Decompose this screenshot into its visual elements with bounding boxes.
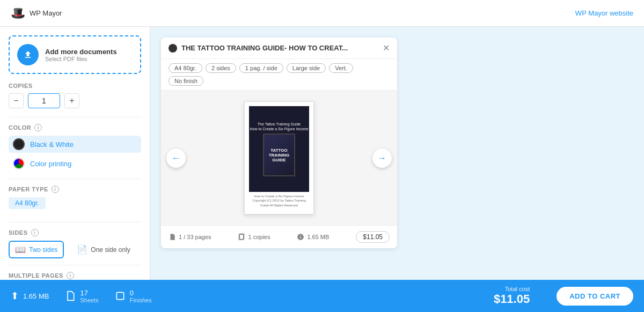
tag-finish[interactable]: No finish xyxy=(169,76,203,86)
doc-copies-info: 1 copies xyxy=(248,234,270,240)
doc-size-info: 1.65 MB xyxy=(307,234,329,240)
color-label: Color printing xyxy=(30,160,71,168)
top-bar: 🎩 WP Mayor WP Mayor website xyxy=(0,0,644,27)
copies-decrement-button[interactable]: − xyxy=(9,93,24,108)
upload-subtitle: Select PDF files xyxy=(45,56,117,62)
color-info-icon[interactable]: i xyxy=(34,124,42,131)
bottom-upload-icon: ⬆ xyxy=(11,290,19,302)
bottom-sheets-icon xyxy=(65,291,76,301)
one-side-label: One side only xyxy=(91,246,130,254)
sides-label: SIDES i xyxy=(9,229,141,236)
two-sides-icon: 📖 xyxy=(15,244,26,255)
sidebar: Add more documents Select PDF files COPI… xyxy=(0,27,150,280)
bottom-sheets-value: 17 xyxy=(80,289,98,297)
sides-option-one[interactable]: 📄 One side only xyxy=(70,241,136,258)
divider-2 xyxy=(9,179,141,179)
doc-page-info: 1 / 33 pages xyxy=(179,234,211,240)
multiple-pages-label: MULTIPLE PAGES i xyxy=(9,272,141,279)
doc-copies-stat: 1 copies xyxy=(238,233,270,241)
pages-info-icon[interactable]: i xyxy=(67,272,74,279)
bottom-finishes-value: 0 xyxy=(130,289,152,297)
content-area: THE TATTOO TRAINING GUIDE- HOW TO CREAT.… xyxy=(150,27,644,280)
preview-prev-button[interactable]: ← xyxy=(166,148,186,168)
doc-footer: 1 / 33 pages 1 copies 1.65 MB $11.05 xyxy=(161,225,397,248)
sides-options: 📖 Two sides 📄 One side only xyxy=(9,241,141,258)
logo-text: WP Mayor xyxy=(30,9,62,17)
bottom-filesize-value: 1.65 MB xyxy=(23,292,49,300)
svg-rect-6 xyxy=(116,292,123,299)
divider-4 xyxy=(9,265,141,265)
upload-title: Add more documents xyxy=(45,48,117,56)
preview-area: ← The Tattoo Training Guide How to Creat… xyxy=(161,91,397,225)
color-option-color[interactable]: Color printing xyxy=(9,155,141,172)
tag-size[interactable]: Large side xyxy=(287,63,326,73)
preview-next-button[interactable]: → xyxy=(372,148,392,168)
tag-sides[interactable]: 2 sides xyxy=(206,63,236,73)
upload-icon xyxy=(23,50,33,60)
paper-info-icon[interactable]: i xyxy=(52,185,59,193)
logo-icon: 🎩 xyxy=(11,6,25,20)
doc-close-button[interactable]: ✕ xyxy=(383,43,390,53)
doc-preview-page: The Tattoo Training Guide How to Create … xyxy=(244,101,314,214)
tattoo-book-image: TATTOOTRAININGGUIDE xyxy=(263,133,295,176)
copies-row: − + xyxy=(9,93,141,108)
total-cost-section: Total cost $11.05 xyxy=(494,286,530,306)
doc-size-stat: 1.65 MB xyxy=(297,233,329,241)
bottom-bar: ⬆ 1.65 MB 17 Sheets 0 Finishes Total cos… xyxy=(0,280,644,312)
upload-text: Add more documents Select PDF files xyxy=(45,48,117,62)
book-cover: The Tattoo Training Guide How to Create … xyxy=(249,106,309,192)
bw-circle-icon xyxy=(13,138,25,150)
upload-icon-circle xyxy=(17,44,39,65)
color-label: COLOR i xyxy=(9,124,141,131)
sides-info-icon[interactable]: i xyxy=(31,229,39,236)
doc-header: THE TATTOO TRAINING GUIDE- HOW TO CREAT.… xyxy=(161,38,397,59)
tag-orientation[interactable]: Vert. xyxy=(329,63,353,73)
wp-mayor-link[interactable]: WP Mayor website xyxy=(575,9,633,17)
bottom-filesize-stat: ⬆ 1.65 MB xyxy=(11,290,49,302)
one-side-icon: 📄 xyxy=(77,244,87,255)
tattoo-book-body-text: TATTOOTRAININGGUIDE xyxy=(269,148,290,162)
doc-title-row: THE TATTOO TRAINING GUIDE- HOW TO CREAT.… xyxy=(169,44,348,53)
logo-area: 🎩 WP Mayor xyxy=(11,6,62,20)
upload-area[interactable]: Add more documents Select PDF files xyxy=(9,35,141,74)
color-option-bw[interactable]: Black & White xyxy=(9,136,141,153)
tags-row: A4 80gr. 2 sides 1 pag. / side Large sid… xyxy=(161,59,397,91)
copies-label: COPIES xyxy=(9,83,141,89)
total-cost-label: Total cost xyxy=(494,286,530,292)
main-layout: Add more documents Select PDF files COPI… xyxy=(0,27,644,280)
copies-stat-icon xyxy=(238,233,245,241)
copies-input[interactable] xyxy=(28,93,60,108)
tag-paper[interactable]: A4 80gr. xyxy=(169,63,202,73)
bottom-finishes-label: Finishes xyxy=(130,297,152,303)
bottom-sheets-label: Sheets xyxy=(80,297,98,303)
bottom-finishes-stat: 0 Finishes xyxy=(115,289,152,303)
divider-3 xyxy=(9,222,141,222)
doc-title: THE TATTOO TRAINING GUIDE- HOW TO CREAT.… xyxy=(181,44,348,52)
size-stat-icon xyxy=(297,233,304,241)
total-price-value: $11.05 xyxy=(494,292,530,306)
add-to-cart-button[interactable]: ADD TO CART xyxy=(557,287,633,306)
sides-option-two[interactable]: 📖 Two sides xyxy=(9,241,64,258)
bottom-sheets-stat: 17 Sheets xyxy=(65,289,98,303)
tag-pages-per-side[interactable]: 1 pag. / side xyxy=(239,63,283,73)
divider-1 xyxy=(9,117,141,117)
two-sides-label: Two sides xyxy=(29,246,57,254)
doc-pages-stat: 1 / 33 pages xyxy=(169,233,211,241)
bottom-finishes-icon xyxy=(115,291,126,301)
paper-type-label: PAPER TYPE i xyxy=(9,185,141,193)
document-card: THE TATTOO TRAINING GUIDE- HOW TO CREAT.… xyxy=(161,38,397,248)
copies-increment-button[interactable]: + xyxy=(64,93,79,108)
preview-caption: How to Create a Six Figure Income Copyri… xyxy=(249,192,309,210)
doc-type-icon xyxy=(169,44,177,53)
book-title-text: The Tattoo Training Guide How to Create … xyxy=(250,122,309,131)
color-circle-icon xyxy=(13,158,25,169)
bw-label: Black & White xyxy=(30,140,74,148)
paper-chip[interactable]: A4 80gr. xyxy=(9,197,46,209)
doc-price-badge: $11.05 xyxy=(356,231,390,243)
color-options: Black & White Color printing xyxy=(9,136,141,172)
pages-stat-icon xyxy=(169,233,176,241)
